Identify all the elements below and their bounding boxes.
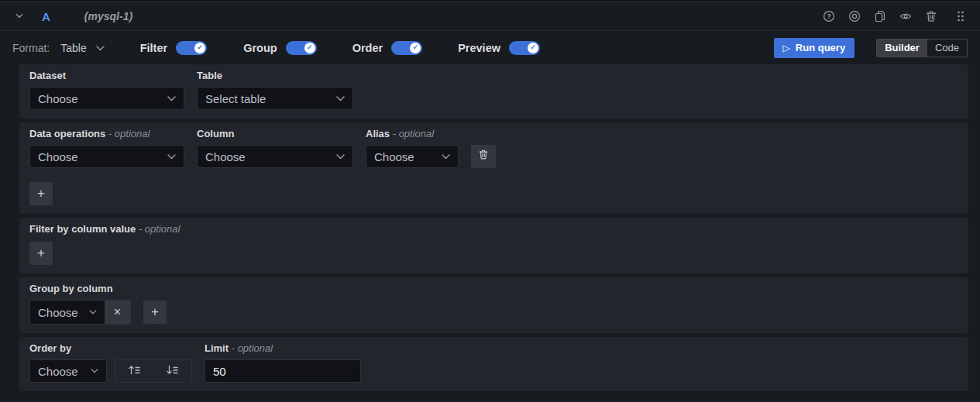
group-by-select[interactable]: Choose [30,301,105,324]
drag-handle-icon[interactable] [954,9,968,24]
order-limit-row: Order by Choose [19,337,968,391]
help-icon[interactable]: ? [821,9,837,24]
order-by-select[interactable]: Choose [29,359,107,383]
check-icon: ✓ [528,43,538,53]
add-filter-button[interactable]: + [29,242,53,265]
remove-group-by-button[interactable]: × [105,301,130,324]
group-toggle-label: Group [243,42,277,54]
add-group-by-button[interactable]: + [143,301,167,324]
sort-amount-up-icon [128,364,141,378]
query-header-actions: ? [821,9,968,24]
order-by-label: Order by [29,342,192,354]
chevron-down-icon [89,310,97,314]
column-field: Column Choose [197,128,353,168]
collapse-query-button[interactable] [12,9,26,25]
filter-row: Filter by column value - optional + [19,218,968,273]
check-icon: ✓ [410,43,421,53]
alias-label: Alias - optional [366,128,459,139]
duplicate-icon[interactable] [872,9,888,24]
datasource-name: (mysql-1) [84,10,132,22]
table-label: Table [197,70,353,81]
order-toggle-group: Order ✓ [352,41,423,55]
chevron-down-icon [442,154,450,160]
chevron-down-icon [91,369,98,373]
sort-ascending-button[interactable] [115,360,153,382]
alias-field: Alias - optional Choose [366,128,459,168]
order-toggle[interactable]: ✓ [391,41,422,55]
limit-input[interactable] [205,359,361,383]
chevron-down-icon [96,42,105,53]
filter-section-label: Filter by column value - optional [29,223,958,235]
sort-descending-button[interactable] [153,360,191,382]
play-icon: ▷ [783,43,790,53]
filter-toggle-label: Filter [140,42,167,54]
data-operations-select[interactable]: Choose [29,145,184,168]
dataset-select[interactable]: Choose [29,87,184,110]
query-builder: Dataset Choose Table Select table Data o… [0,64,980,391]
alias-select[interactable]: Choose [366,145,459,168]
column-label: Column [197,128,353,139]
group-by-row: Group by column Choose × + [19,277,968,333]
svg-text:?: ? [827,12,830,20]
plus-icon: + [37,186,45,201]
preview-toggle[interactable]: ✓ [509,41,540,55]
select-row: Data operations - optional Choose Column… [19,122,968,214]
check-icon: ✓ [304,43,315,53]
chevron-down-icon [14,10,25,23]
editor-mode-toggle: Builder Code [876,39,968,57]
mode-code-button[interactable]: Code [927,40,967,57]
run-query-button[interactable]: ▷ Run query [774,38,855,58]
chevron-down-icon [167,96,176,101]
query-toolbar: Format: Table Filter ✓ Group ✓ Order ✓ P… [0,31,980,64]
sort-amount-down-icon [166,364,179,378]
mode-builder-button[interactable]: Builder [877,40,927,57]
dataset-field: Dataset Choose [29,70,184,110]
dataset-label: Dataset [29,70,184,81]
order-toggle-label: Order [352,42,383,54]
group-toggle[interactable]: ✓ [286,41,317,55]
format-selected-value: Table [60,42,86,54]
chevron-down-icon [336,96,345,101]
run-query-label: Run query [796,42,845,53]
preview-toggle-group: Preview ✓ [458,41,540,55]
limit-label: Limit - optional [205,342,361,354]
query-ref-id: A [42,10,50,23]
remove-select-item-button[interactable] [471,145,496,168]
check-icon: ✓ [194,43,205,53]
chevron-down-icon [167,154,176,160]
query-header[interactable]: A (mysql-1) ? [0,2,980,31]
plus-icon: + [37,246,45,261]
group-by-widget: Choose × [29,300,131,325]
table-field: Table Select table [197,70,353,110]
group-toggle-group: Group ✓ [243,41,317,55]
chevron-down-icon [336,154,345,160]
filter-toggle-group: Filter ✓ [140,41,207,55]
add-select-item-button[interactable]: + [29,182,53,205]
format-select[interactable]: Table [60,42,104,54]
trash-icon [478,149,489,164]
order-by-field: Order by Choose [29,342,192,383]
trash-icon[interactable] [923,9,939,24]
sort-direction-group [115,359,192,383]
dataset-table-row: Dataset Choose Table Select table [19,64,968,119]
eye-icon[interactable] [898,9,913,24]
limit-field: Limit - optional [205,342,361,383]
table-select[interactable]: Select table [197,87,353,110]
format-label: Format: [12,42,50,54]
column-select[interactable]: Choose [197,145,353,168]
preview-toggle-label: Preview [458,42,500,54]
plus-icon: + [151,304,159,320]
group-by-label: Group by column [29,283,958,294]
filter-toggle[interactable]: ✓ [176,41,207,55]
record-icon[interactable] [847,9,862,24]
data-operations-field: Data operations - optional Choose [29,128,184,168]
data-operations-label: Data operations - optional [29,128,184,139]
close-icon: × [114,305,121,319]
